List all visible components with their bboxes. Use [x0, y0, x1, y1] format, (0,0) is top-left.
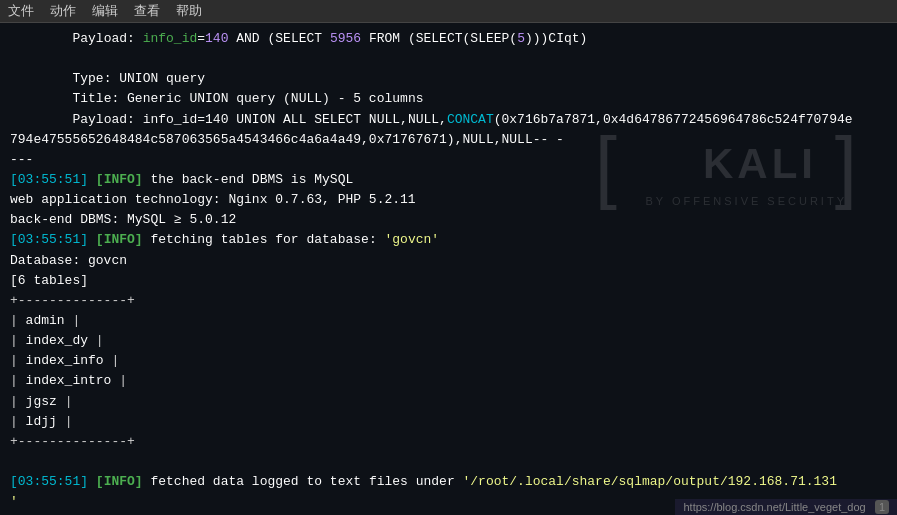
table-row-index-info: | index_info | — [10, 351, 887, 371]
table-row-index-dy: | index_dy | — [10, 331, 887, 351]
line-info-fetching: [03:55:51] [INFO] fetching tables for da… — [10, 230, 887, 250]
line-blank2 — [10, 452, 887, 472]
line-payload2a: Payload: info_id=140 UNION ALL SELECT NU… — [10, 110, 887, 130]
line-info-fetched: [03:55:51] [INFO] fetched data logged to… — [10, 472, 887, 492]
line-info-dbms: [03:55:51] [INFO] the back-end DBMS is M… — [10, 170, 887, 190]
line-dashes: --- — [10, 150, 887, 170]
line-type: Type: UNION query — [10, 69, 887, 89]
table-row-admin: | admin | — [10, 311, 887, 331]
line-payload2b: 794e47555652648484c587063565a4543466c4a6… — [10, 130, 887, 150]
status-bar: https://blog.csdn.net/Little_veget_dog 1 — [675, 499, 897, 515]
line-payload1: Payload: info_id=140 AND (SELECT 5956 FR… — [10, 29, 887, 49]
line-webapp-tech: web application technology: Nginx 0.7.63… — [10, 190, 887, 210]
line-table-top: +--------------+ — [10, 291, 887, 311]
terminal-output: Payload: info_id=140 AND (SELECT 5956 FR… — [0, 23, 897, 515]
menu-bar: 文件 动作 编辑 查看 帮助 — [0, 0, 897, 23]
status-badge: 1 — [875, 500, 889, 514]
line-table-bottom: +--------------+ — [10, 432, 887, 452]
terminal-window: 文件 动作 编辑 查看 帮助 [ KALI ] BY OFFENSIVE SEC… — [0, 0, 897, 515]
line-title: Title: Generic UNION query (NULL) - 5 co… — [10, 89, 887, 109]
line-backend-dbms: back-end DBMS: MySQL ≥ 5.0.12 — [10, 210, 887, 230]
line-database: Database: govcn — [10, 251, 887, 271]
menu-item-action[interactable]: 动作 — [50, 2, 76, 20]
menu-item-view[interactable]: 查看 — [134, 2, 160, 20]
table-row-jgsz: | jgsz | — [10, 392, 887, 412]
menu-item-edit[interactable]: 编辑 — [92, 2, 118, 20]
line-blank1 — [10, 49, 887, 69]
table-row-ldjj: | ldjj | — [10, 412, 887, 432]
status-url: https://blog.csdn.net/Little_veget_dog — [683, 501, 865, 513]
menu-item-help[interactable]: 帮助 — [176, 2, 202, 20]
menu-item-file[interactable]: 文件 — [8, 2, 34, 20]
table-row-index-intro: | index_intro | — [10, 371, 887, 391]
line-table-count: [6 tables] — [10, 271, 887, 291]
